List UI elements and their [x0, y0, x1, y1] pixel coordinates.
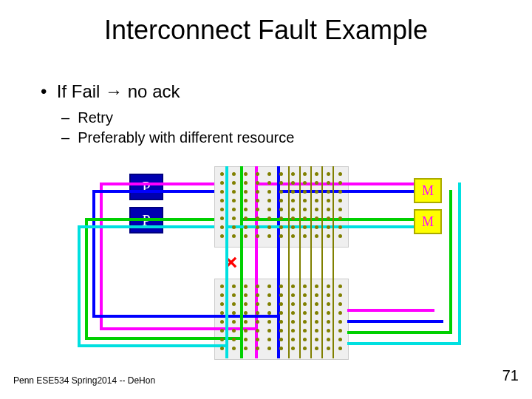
- crosspoint-dot: [267, 320, 271, 324]
- crosspoint-dot: [267, 225, 271, 229]
- crosspoint-dot: [338, 208, 342, 211]
- crosspoint-dot: [303, 181, 307, 185]
- crosspoint-dot: [338, 199, 342, 202]
- grid-vline: [299, 166, 301, 358]
- crosspoint-dot: [327, 208, 330, 211]
- crosspoint-dot: [232, 320, 236, 324]
- crosspoint-dot: [267, 208, 271, 211]
- crosspoint-dot: [338, 225, 342, 229]
- crosspoint-dot: [279, 208, 283, 211]
- crosspoint-dot: [267, 293, 271, 297]
- crosspoint-dot: [279, 329, 283, 332]
- crosspoint-dot: [256, 320, 259, 324]
- crosspoint-dot: [303, 199, 307, 202]
- crosspoint-dot: [338, 302, 342, 306]
- crosspoint-dot: [303, 234, 307, 238]
- crosspoint-dot: [338, 172, 342, 176]
- crosspoint-dot: [291, 216, 295, 220]
- bullet-sub-2: – Preferably with different resource: [61, 128, 294, 148]
- crosspoint-dot: [244, 329, 248, 332]
- crosspoint-dot: [291, 320, 295, 324]
- crosspoint-dot: [303, 216, 307, 220]
- crosspoint-dot: [315, 338, 318, 341]
- route-green: [85, 218, 214, 221]
- crosspoint-dot: [220, 284, 224, 288]
- route-magenta: [347, 309, 434, 312]
- crosspoint-dot: [327, 329, 330, 332]
- bullet-list: • If Fail → no ack – Retry – Preferably …: [41, 81, 294, 148]
- crosspoint-dot: [220, 347, 224, 350]
- crosspoint-dot: [327, 190, 330, 194]
- crosspoint-dot: [303, 208, 307, 211]
- crosspoint-dot: [291, 172, 295, 176]
- bullet-main-text: If Fail → no ack: [57, 81, 180, 101]
- crosspoint-dot: [315, 181, 318, 185]
- crosspoint-dot: [303, 284, 307, 288]
- crosspoint-dot: [232, 208, 236, 211]
- crosspoint-dot: [220, 329, 224, 332]
- crosspoint-dot: [256, 216, 259, 220]
- crosspoint-dot: [338, 338, 342, 341]
- crosspoint-dot: [220, 293, 224, 297]
- crosspoint-dot: [232, 225, 236, 229]
- crosspoint-dot: [232, 181, 236, 185]
- crosspoint-dot: [315, 320, 318, 324]
- route-cyan: [78, 225, 214, 228]
- crosspoint-dot: [256, 234, 259, 238]
- route-cyan: [225, 225, 414, 228]
- crosspoint-dot: [327, 284, 330, 288]
- grid-vline: [310, 166, 312, 358]
- crosspoint-dot: [244, 338, 248, 341]
- crosspoint-dot: [338, 190, 342, 194]
- crosspoint-dot: [244, 172, 248, 176]
- slide-footer: Penn ESE534 Spring2014 -- DeHon: [13, 375, 155, 386]
- crosspoint-dot: [267, 181, 271, 185]
- crosspoint-dot: [244, 181, 248, 185]
- crosspoint-dot: [256, 181, 259, 185]
- crosspoint-dot: [232, 199, 236, 202]
- crosspoint-dot: [244, 199, 248, 202]
- crosspoint-dot: [232, 311, 236, 315]
- crosspoint-dot: [303, 293, 307, 297]
- grid-vline: [321, 166, 323, 358]
- crosspoint-dot: [327, 293, 330, 297]
- crosspoint-dot: [220, 181, 224, 185]
- crosspoint-dot: [232, 293, 236, 297]
- crosspoint-dot: [244, 320, 248, 324]
- crosspoint-dot: [315, 225, 318, 229]
- crosspoint-dot: [232, 329, 236, 332]
- route-blue: [92, 190, 95, 318]
- crosspoint-dot: [315, 311, 318, 315]
- crosspoint-dot: [303, 320, 307, 324]
- crosspoint-dot: [267, 284, 271, 288]
- crosspoint-dot: [267, 302, 271, 306]
- crosspoint-dot: [327, 199, 330, 202]
- crosspoint-dot: [256, 284, 259, 288]
- crosspoint-dot: [256, 190, 259, 194]
- crosspoint-dot: [256, 338, 259, 341]
- crosspoint-dot: [256, 172, 259, 176]
- crosspoint-dot: [338, 320, 342, 324]
- crosspoint-dot: [256, 329, 259, 332]
- route-blue: [92, 315, 280, 318]
- crosspoint-dot: [315, 284, 318, 288]
- crosspoint-dot: [291, 347, 295, 350]
- crosspoint-dot: [256, 208, 259, 211]
- crosspoint-dot: [327, 234, 330, 238]
- crosspoint-dot: [279, 338, 283, 341]
- crosspoint-dot: [327, 338, 330, 341]
- crosspoint-dot: [327, 172, 330, 176]
- bullet-main: • If Fail → no ack: [41, 81, 294, 102]
- crosspoint-dot: [303, 302, 307, 306]
- memory-box-2: M: [414, 209, 442, 234]
- crosspoint-dot: [220, 234, 224, 238]
- crosspoint-dot: [291, 284, 295, 288]
- crosspoint-dot: [244, 208, 248, 211]
- crosspoint-dot: [267, 172, 271, 176]
- crosspoint-dot: [315, 208, 318, 211]
- crosspoint-dot: [338, 311, 342, 315]
- route-magenta: [100, 183, 103, 330]
- crosspoint-dot: [315, 234, 318, 238]
- crosspoint-dot: [303, 347, 307, 350]
- crosspoint-dot: [244, 293, 248, 297]
